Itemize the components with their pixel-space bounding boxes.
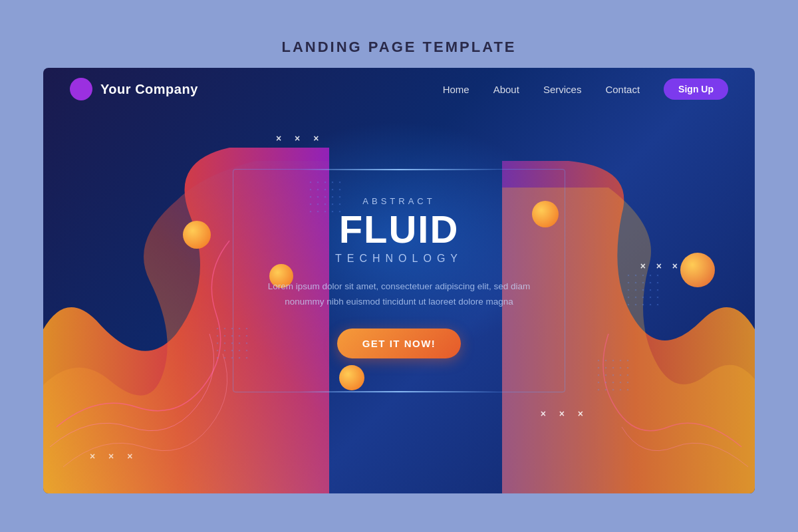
nav-contact[interactable]: Contact: [605, 84, 640, 95]
page-title: LANDING PAGE TEMPLATE: [281, 39, 516, 56]
crosses-top-center: × × ×: [276, 133, 324, 144]
signup-button[interactable]: Sign Up: [664, 78, 728, 100]
crosses-bottom-left: × × ×: [90, 451, 138, 462]
hero-tech-label: Technology: [267, 253, 531, 265]
nav-services[interactable]: Services: [543, 84, 582, 95]
hero-border-box: Abstract FLUID Technology Lorem ipsum do…: [233, 169, 565, 392]
dot-grid-4: ××××× ××××× ××××× ××××× ×××××: [597, 359, 632, 394]
brand-name: Your Company: [100, 82, 198, 97]
hero-subtitle: Abstract: [267, 196, 531, 206]
hero-title: FLUID: [267, 210, 531, 249]
brand: Your Company: [70, 78, 198, 100]
nav-home[interactable]: Home: [443, 84, 469, 95]
hero-description: Lorem ipsum dolor sit amet, consectetuer…: [267, 279, 531, 310]
sphere-orange-right: [680, 253, 715, 287]
dot-grid-2: ××××× ××××× ××××× ××××× ×××××: [627, 274, 662, 309]
cta-button[interactable]: GET IT NOW!: [337, 329, 462, 358]
brand-logo: [70, 78, 92, 100]
nav-links: Home About Services Contact Sign Up: [443, 78, 728, 100]
navbar: Your Company Home About Services Contact…: [43, 68, 755, 110]
crosses-bottom-center: × × ×: [541, 408, 589, 419]
crosses-right-mid: × × ×: [640, 261, 682, 271]
landing-card: Your Company Home About Services Contact…: [43, 68, 755, 493]
nav-about[interactable]: About: [493, 84, 519, 95]
sphere-orange-tl: [183, 221, 211, 249]
hero-section: Abstract FLUID Technology Lorem ipsum do…: [233, 169, 565, 392]
